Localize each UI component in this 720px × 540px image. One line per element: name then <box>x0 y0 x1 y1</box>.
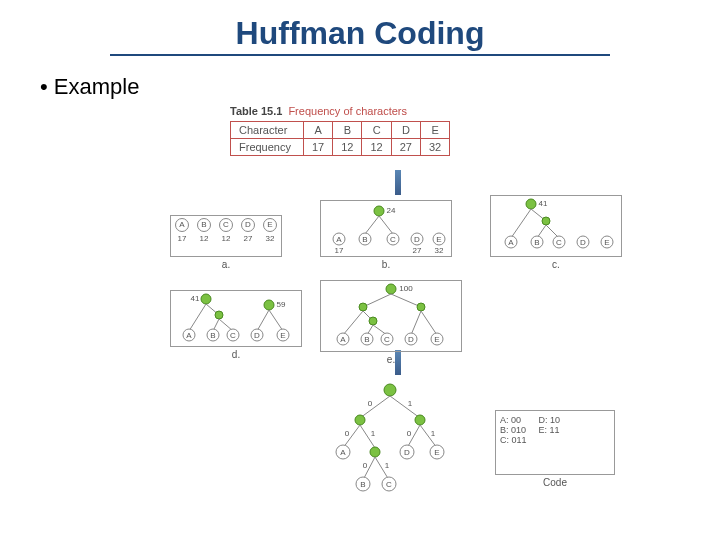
bullet-example: • Example <box>40 74 720 100</box>
svg-text:1: 1 <box>431 429 436 438</box>
leaf-node: C <box>219 218 233 232</box>
svg-text:D: D <box>404 448 410 457</box>
svg-text:32: 32 <box>435 246 444 255</box>
panel-label: c. <box>491 259 621 270</box>
svg-line-2 <box>365 216 379 234</box>
svg-point-95 <box>370 447 380 457</box>
svg-text:A: A <box>186 331 192 340</box>
row-header: Character <box>231 122 304 139</box>
svg-text:100: 100 <box>399 284 413 293</box>
code-label: Code <box>496 477 614 488</box>
svg-text:B: B <box>364 335 369 344</box>
panel-label: b. <box>321 259 451 270</box>
svg-line-79 <box>360 396 390 418</box>
svg-text:C: C <box>390 235 396 244</box>
page-title: Huffman Coding <box>110 15 610 56</box>
svg-line-58 <box>391 294 421 307</box>
table-caption: Table 15.1Frequency of characters <box>230 105 450 117</box>
svg-text:E: E <box>280 331 285 340</box>
svg-point-36 <box>264 300 274 310</box>
code-table: A: 00 B: 010 C: 011 D: 10 E: 11 Code <box>495 410 615 475</box>
svg-text:0: 0 <box>345 429 350 438</box>
cell: B <box>333 122 362 139</box>
svg-text:27: 27 <box>413 246 422 255</box>
svg-point-34 <box>201 294 211 304</box>
svg-line-67 <box>421 311 437 335</box>
cell: 32 <box>420 139 449 156</box>
tree-panel-c: 41 A B C D E c. <box>490 195 622 257</box>
svg-text:C: C <box>384 335 390 344</box>
svg-text:D: D <box>408 335 414 344</box>
svg-text:41: 41 <box>539 199 548 208</box>
cell: 27 <box>391 139 420 156</box>
svg-point-55 <box>386 284 396 294</box>
svg-text:A: A <box>336 235 342 244</box>
svg-line-66 <box>411 311 421 335</box>
svg-text:D: D <box>254 331 260 340</box>
svg-text:0: 0 <box>368 399 373 408</box>
cell: 17 <box>303 139 332 156</box>
panel-label: a. <box>171 259 281 270</box>
svg-text:C: C <box>386 480 392 489</box>
cell: C <box>362 122 391 139</box>
svg-text:A: A <box>508 238 514 247</box>
tree-panel-b: 24 A B C D E 17 27 32 b. <box>320 200 452 257</box>
arrow-down-icon <box>395 170 401 195</box>
svg-text:1: 1 <box>408 399 413 408</box>
svg-text:E: E <box>434 335 439 344</box>
cell: 12 <box>362 139 391 156</box>
svg-point-78 <box>384 384 396 396</box>
svg-text:0: 0 <box>363 461 368 470</box>
cell: E <box>420 122 449 139</box>
freq-label: 12 <box>222 234 231 243</box>
leaf-node: D <box>241 218 255 232</box>
frequency-table: Table 15.1Frequency of characters Charac… <box>230 105 450 156</box>
svg-text:E: E <box>434 448 439 457</box>
svg-text:E: E <box>436 235 441 244</box>
row-header: Frequency <box>231 139 304 156</box>
freq-label: 32 <box>266 234 275 243</box>
leaf-node: E <box>263 218 277 232</box>
svg-text:C: C <box>556 238 562 247</box>
svg-point-0 <box>374 206 384 216</box>
svg-point-63 <box>369 317 377 325</box>
svg-text:1: 1 <box>385 461 390 470</box>
svg-text:B: B <box>362 235 367 244</box>
leaf-node: B <box>197 218 211 232</box>
freq-label: 17 <box>178 234 187 243</box>
svg-point-21 <box>542 217 550 225</box>
svg-point-83 <box>355 415 365 425</box>
svg-point-17 <box>526 199 536 209</box>
svg-text:C: C <box>230 331 236 340</box>
svg-line-61 <box>343 311 363 335</box>
svg-text:59: 59 <box>277 300 286 309</box>
svg-line-81 <box>390 396 420 418</box>
svg-text:E: E <box>604 238 609 247</box>
svg-text:D: D <box>414 235 420 244</box>
svg-point-59 <box>359 303 367 311</box>
table-row: Character A B C D E <box>231 122 450 139</box>
freq-table: Character A B C D E Frequency 17 12 12 2… <box>230 121 450 156</box>
svg-line-38 <box>189 304 206 331</box>
tree-panel-d: 41 59 A B C D E d. <box>170 290 302 347</box>
table-row: Frequency 17 12 12 27 32 <box>231 139 450 156</box>
freq-label: 12 <box>200 234 209 243</box>
svg-line-44 <box>269 310 283 331</box>
svg-line-3 <box>379 216 393 234</box>
svg-text:1: 1 <box>371 429 376 438</box>
leaf-node: A <box>175 218 189 232</box>
svg-text:17: 17 <box>335 246 344 255</box>
svg-text:D: D <box>580 238 586 247</box>
svg-text:A: A <box>340 448 346 457</box>
tree-panel-a: A B C D E 17 12 12 27 32 a. <box>170 215 282 257</box>
cell: A <box>303 122 332 139</box>
svg-text:B: B <box>210 331 215 340</box>
svg-line-19 <box>511 209 531 238</box>
tree-panel-e: 100 A B C D E e. <box>320 280 462 352</box>
svg-text:41: 41 <box>191 294 200 303</box>
svg-line-43 <box>257 310 269 331</box>
svg-text:B: B <box>534 238 539 247</box>
svg-point-84 <box>415 415 425 425</box>
freq-label: 27 <box>244 234 253 243</box>
cell: D <box>391 122 420 139</box>
